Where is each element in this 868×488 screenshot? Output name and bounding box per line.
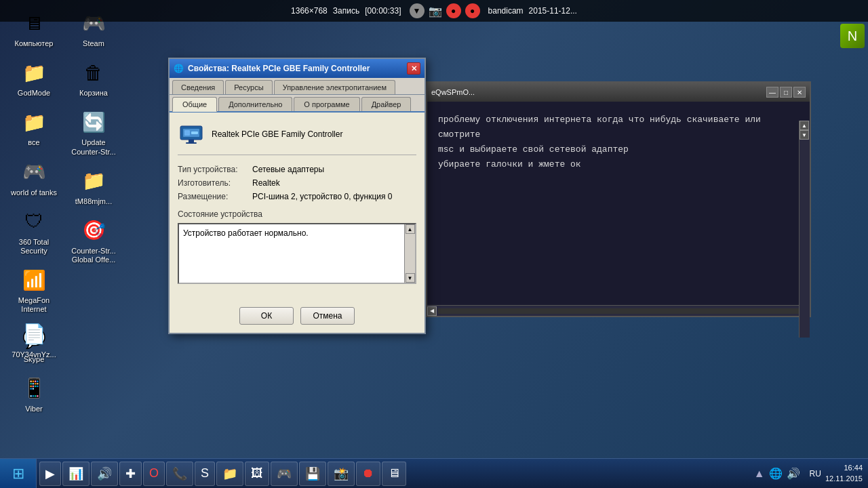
camera-icon[interactable]: 📷	[429, 5, 442, 18]
desktop-icon-viber[interactable]: 📱 Viber	[7, 372, 61, 416]
recording-controls[interactable]: ▼ 📷 ● ●	[410, 3, 480, 18]
taskbar-sys-tray: ▲ 🌐 🔊	[749, 459, 806, 488]
desktop-icon-360[interactable]: 🛡 360 Total Security	[7, 205, 61, 258]
taskbar-btn-viber[interactable]: 📞	[166, 462, 193, 486]
all-label: все	[28, 138, 39, 147]
recycle-icon: 🗑	[80, 59, 107, 86]
tutorial-minimize-btn[interactable]: —	[766, 87, 778, 98]
dialog-title-icon: 🌐	[174, 64, 184, 73]
taskbar-btn-hdd[interactable]: 💾	[299, 462, 326, 486]
systray-network-icon[interactable]: 🌐	[769, 467, 783, 480]
desktop-icon-recycle[interactable]: 🗑 Корзина	[66, 56, 121, 100]
desktop-icon-worldoftanks[interactable]: 🎮 world of tanks	[7, 156, 61, 200]
scroll-up-btn[interactable]: ▲	[800, 121, 809, 130]
manufacturer-value: Realtek	[252, 178, 280, 188]
tutorial-titlebar[interactable]: eQwSPmO... — □ ✕	[427, 83, 810, 102]
cancel-button[interactable]: Отмена	[300, 307, 355, 325]
scroll-down-btn[interactable]: ▼	[800, 130, 809, 140]
tutorial-line-1: проблему отключения интернета когда что …	[438, 113, 799, 142]
tutorial-window-title: eQwSPmO...	[431, 88, 475, 96]
info-row-placement: Размещение: PCI-шина 2, устройство 0, фу…	[178, 192, 416, 201]
steam-label: Steam	[83, 39, 104, 48]
worldoftanks-icon: 🎮	[20, 159, 47, 186]
tutorial-h-scrollbar[interactable]: ◀ ▶	[427, 305, 810, 316]
tab-dopolnitelno[interactable]: Дополнительно	[218, 97, 292, 111]
tutorial-close-btn[interactable]: ✕	[793, 87, 806, 98]
clock-time: 16:44	[825, 463, 863, 473]
ok-button[interactable]: ОК	[239, 307, 294, 325]
tab-electro[interactable]: Управление электропитанием	[274, 80, 395, 94]
tutorial-scrollbar[interactable]: ▲ ▼	[799, 121, 810, 338]
resolution-display: 1366×768	[291, 6, 328, 16]
info-row-type: Тип устройства: Сетевые адаптеры	[178, 165, 416, 174]
desktop-icon-tm88[interactable]: 📁 tM88mjm...	[66, 165, 121, 209]
nvidia-icon[interactable]: N	[840, 24, 865, 48]
rec-record-btn[interactable]: ●	[465, 3, 480, 18]
dialog-close-btn[interactable]: ✕	[407, 62, 420, 75]
taskbar-btn-chart[interactable]: 📊	[62, 462, 90, 486]
recording-timer: [00:00:33]	[365, 6, 401, 16]
scroll-left-btn[interactable]: ◀	[427, 306, 437, 316]
taskbar: ⊞ ▶ 📊 🔊 ✚ O 📞 S 📁 🖼 🎮 💾 📸 ⏺ 🖥 ▲ 🌐 🔊 RU 1…	[0, 458, 868, 488]
desktop-icon-70y34[interactable]: 📄 70Y34vnYz...	[7, 318, 61, 362]
device-info-table: Тип устройства: Сетевые адаптеры Изготов…	[178, 165, 416, 201]
tutorial-window-controls[interactable]: — □ ✕	[766, 87, 806, 98]
viber-icon: 📱	[20, 375, 47, 402]
desktop-icon-all[interactable]: 📁 все	[7, 106, 61, 150]
type-label: Тип устройства:	[178, 165, 252, 174]
taskbar-btn-game[interactable]: 🎮	[271, 462, 298, 486]
tab-svedeniya[interactable]: Сведения	[172, 80, 224, 94]
tab-resursy[interactable]: Ресурсы	[225, 80, 272, 94]
start-button[interactable]: ⊞	[0, 459, 37, 489]
taskbar-buttons: ▶ 📊 🔊 ✚ O 📞 S 📁 🖼 🎮 💾 📸 ⏺ 🖥	[37, 459, 749, 488]
desktop-icon-megafon[interactable]: 📶 MegaFon Internet	[7, 264, 61, 317]
systray-up-arrow[interactable]: ▲	[754, 468, 765, 480]
taskbar-btn-skype[interactable]: S	[195, 462, 215, 486]
placement-value: PCI-шина 2, устройство 0, функция 0	[252, 192, 393, 201]
taskbar-btn-add[interactable]: ✚	[119, 462, 142, 486]
taskbar-lang[interactable]: RU	[806, 469, 825, 479]
tm88-label: tM88mjm...	[75, 197, 112, 206]
status-textbox[interactable]: Устройство работает нормально. ▲ ▼	[178, 223, 416, 284]
tutorial-line-3: убираете галочки и жмете ок	[438, 157, 799, 172]
type-value: Сетевые адаптеры	[252, 165, 324, 174]
systray-sound-icon[interactable]: 🔊	[787, 467, 800, 480]
update-cs-label: Update Counter-Str...	[69, 138, 118, 156]
counter-global-icon: 🎯	[80, 217, 107, 244]
rec-pause-btn[interactable]: ▼	[410, 3, 425, 18]
taskbar-btn-record[interactable]: ⏺	[356, 462, 380, 486]
taskbar-btn-folder[interactable]: 📁	[216, 462, 243, 486]
desktop-icon-godmode[interactable]: 📁 GodMode	[7, 56, 61, 100]
desktop-icon-counter-global[interactable]: 🎯 Counter-Str... Global Offe...	[66, 214, 121, 267]
taskbar-btn-media[interactable]: ▶	[39, 462, 61, 486]
tab-drayver[interactable]: Драйвер	[361, 97, 412, 111]
tutorial-content: проблему отключения интернета когда что …	[427, 102, 810, 305]
counter-global-label: Counter-Str... Global Offe...	[69, 247, 118, 264]
dialog-titlebar[interactable]: 🌐 Свойства: Realtek PCIe GBE Family Cont…	[170, 59, 425, 78]
status-scroll-up[interactable]: ▲	[406, 224, 415, 234]
windows-logo-icon: ⊞	[12, 465, 24, 483]
tab-o-programme[interactable]: О программе	[294, 97, 359, 111]
tutorial-maximize-btn[interactable]: □	[780, 87, 792, 98]
tab-obshie[interactable]: Общие	[172, 97, 217, 112]
update-cs-icon: 🔄	[80, 108, 107, 136]
taskbar-btn-image[interactable]: 🖼	[245, 462, 269, 486]
desktop-icon-update-cs[interactable]: 🔄 Update Counter-Str...	[66, 106, 121, 159]
bandicam-label: bandicam	[488, 6, 524, 16]
dialog-footer: ОК Отмена	[170, 300, 425, 333]
godmode-label: GodMode	[18, 89, 50, 98]
all-icon: 📁	[20, 108, 47, 136]
taskbar-clock[interactable]: 16:44 12.11.2015	[825, 463, 868, 484]
taskbar-btn-opera[interactable]: O	[143, 462, 165, 486]
status-scrollbar[interactable]: ▲ ▼	[404, 224, 415, 283]
viber-label: Viber	[25, 405, 42, 413]
status-scroll-down[interactable]: ▼	[406, 273, 415, 283]
70y34-icon: 📄	[20, 321, 47, 348]
computer-label: Компьютер	[15, 39, 54, 48]
taskbar-btn-sound[interactable]: 🔊	[91, 462, 118, 486]
security360-label: 360 Total Security	[9, 238, 58, 256]
rec-stop-btn[interactable]: ●	[446, 3, 461, 18]
info-row-manufacturer: Изготовитель: Realtek	[178, 178, 416, 188]
taskbar-btn-monitor[interactable]: 🖥	[382, 462, 406, 486]
taskbar-btn-camera[interactable]: 📸	[328, 462, 355, 486]
